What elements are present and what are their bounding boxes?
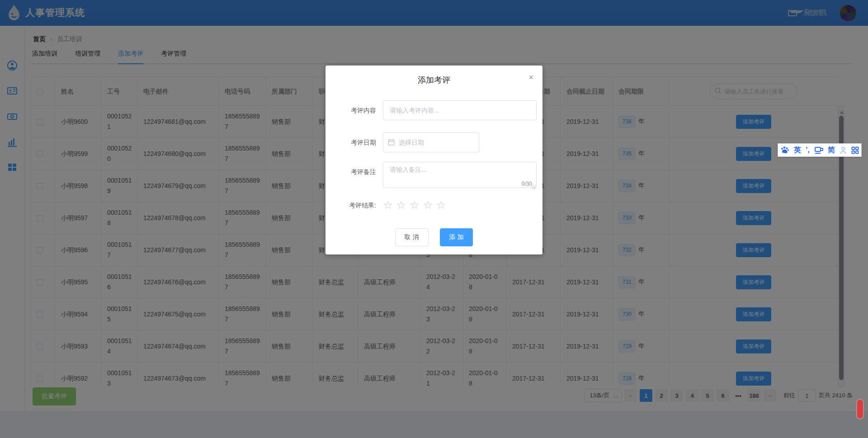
- review-content-input[interactable]: [383, 100, 537, 120]
- star-icon[interactable]: ☆: [383, 199, 393, 211]
- close-icon[interactable]: ×: [528, 73, 533, 82]
- star-icon[interactable]: ☆: [396, 199, 406, 211]
- quote-mark-button[interactable]: ’,: [806, 146, 810, 154]
- star-icon[interactable]: ☆: [410, 199, 420, 211]
- star-rating: ☆☆☆☆☆: [383, 199, 446, 211]
- translate-en-button[interactable]: 英: [794, 146, 801, 154]
- review-content-label: 考评内容: [338, 100, 376, 120]
- review-note-textarea[interactable]: [383, 162, 537, 188]
- confirm-add-button[interactable]: 添 加: [440, 228, 473, 246]
- review-date-label: 考评日期: [338, 132, 376, 152]
- page: 人事管理系统 系统管理员 首页 › 员工培训 添加培训培训管理添加考评考: [0, 0, 868, 438]
- add-review-modal: 添加考评 × 考评内容 考评日期 考评备注 0/30 考评结果: ☆☆☆☆☆: [326, 66, 542, 254]
- extension-toolbar: 英 ’, 简: [778, 143, 862, 157]
- cup-icon[interactable]: [814, 146, 823, 154]
- review-date-input[interactable]: [383, 132, 479, 152]
- person-icon[interactable]: [840, 146, 847, 154]
- grid-apps-icon[interactable]: [851, 146, 859, 154]
- paw-icon[interactable]: [780, 146, 789, 154]
- modal-title: 添加考评: [326, 75, 542, 85]
- resize-grip[interactable]: [532, 185, 536, 189]
- review-result-label: 考评结果:: [338, 199, 376, 211]
- star-icon[interactable]: ☆: [436, 199, 446, 211]
- red-scrollbar-thumb[interactable]: [857, 400, 863, 419]
- char-counter: 0/30: [520, 181, 532, 187]
- review-note-label: 考评备注: [338, 162, 376, 190]
- star-icon[interactable]: ☆: [423, 199, 433, 211]
- cancel-button[interactable]: 取 消: [395, 228, 429, 246]
- translate-cn-button[interactable]: 简: [828, 146, 835, 154]
- calendar-icon: [388, 139, 395, 146]
